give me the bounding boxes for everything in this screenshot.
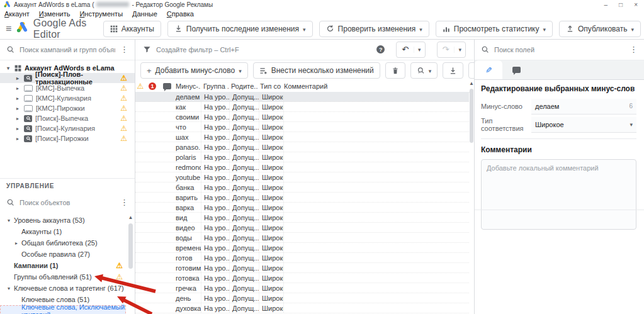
table-scrollbar[interactable]: ▲ [469,81,473,314]
export-button[interactable] [443,62,463,79]
expander-closed-icon[interactable]: ▸ [14,86,21,91]
error-column-icon[interactable]: 1 [145,82,159,90]
chevron-down-icon[interactable] [419,25,422,33]
comment-column-icon[interactable] [159,83,174,89]
expander-closed-icon[interactable]: ▸ [14,76,21,81]
check-changes-button[interactable]: Проверить изменения [319,21,429,37]
table-row[interactable]: panaso...На уро...Допущ...Широкое [135,142,469,152]
menu-item-4[interactable]: Данные [132,10,157,18]
redo-button[interactable] [437,42,466,58]
menu-item-2[interactable]: Изменить [39,10,71,18]
table-row[interactable]: времениНа уро...Допущ...Широкое [135,243,469,253]
expander-closed-icon[interactable]: ▸ [14,126,21,132]
help-icon[interactable]: ? [376,45,385,53]
table-row[interactable]: polarisНа уро...Допущ...Широкое [135,152,469,162]
chevron-down-icon[interactable] [630,121,633,128]
view-statistics-button[interactable]: Просмотреть статистику [436,21,553,37]
warning-column-icon[interactable] [135,82,145,90]
table-row[interactable]: видНа уро...Допущ...Широкое [135,213,469,223]
table-row[interactable]: видеоНа уро...Допущ...Широкое [135,223,469,233]
table-row[interactable]: своимиНа уро...Допущ...Широкое [135,112,469,122]
column-header-group[interactable]: Группа ... [201,82,229,90]
chevron-down-icon[interactable] [239,66,242,75]
more-options-icon[interactable] [120,198,128,207]
more-options-icon[interactable] [120,45,128,54]
chevron-down-icon[interactable] [414,47,425,53]
chevron-down-icon[interactable] [303,25,306,33]
delete-button[interactable] [385,62,405,79]
tab-edit[interactable] [475,60,502,79]
table-row[interactable]: redmondНа уро...Допущ...Широкое [135,162,469,172]
expander-open-icon[interactable]: ▾ [6,218,12,223]
match-type-select[interactable]: Широкое [531,117,636,133]
scrollbar-thumb[interactable] [128,223,133,269]
minimize-button[interactable]: – [604,1,608,8]
tab-comments[interactable] [502,60,530,79]
column-header-parent[interactable]: Родите... [229,82,257,90]
column-header-comment[interactable]: Комментарий [281,82,468,90]
sidebar-tree-item[interactable]: Ключевые слова, Исключаемый критерий [0,305,126,314]
table-row[interactable]: гречкаНа уро...Допущ...Широкое [135,283,469,293]
menu-item-5[interactable]: Справка [167,10,194,18]
sidebar-tree-item[interactable]: ▾Уровень аккаунта (53) [0,215,126,226]
table-row[interactable]: водыНа уро...Допущ...Широкое [135,233,469,243]
publish-button[interactable]: Опубликовать [559,21,641,37]
table-row[interactable]: готовкаНа уро...Допущ...Широкое [135,273,469,283]
hamburger-menu-icon[interactable]: ≡ [6,23,16,35]
fields-search[interactable]: Поиск полей [475,39,644,60]
table-row[interactable]: духовкаНа уро...Допущ...Широкое [135,303,469,313]
column-header-match[interactable]: Тип со... [257,82,281,90]
get-recent-changes-button[interactable]: Получить последние изменения [167,21,313,37]
table-row[interactable]: готовНа уро...Допущ...Широкое [135,253,469,263]
more-options-icon[interactable] [630,45,638,54]
sidebar-tree-item[interactable]: ▾Ключевые слова и таргетинг (617) [0,283,126,294]
sidebar-tree-item[interactable]: Группы объявлений (51) [0,271,126,283]
expander-open-icon[interactable]: ▾ [5,65,11,71]
bulk-edit-button[interactable]: Внести несколько изменений [253,62,380,79]
expander-closed-icon[interactable]: ▸ [14,136,21,142]
campaign-node[interactable]: ▸[КМС]-Пирожки [0,103,135,113]
table-row[interactable]: банкаНа уро...Допущ...Широкое [135,182,469,193]
table-row[interactable]: деньНа уро...Допущ...Широкое [135,293,469,303]
add-negative-keyword-button[interactable]: + Добавить минус-слово [140,62,248,79]
menu-item-3[interactable]: Инструменты [79,10,123,18]
find-replace-button[interactable] [410,62,438,79]
sidebar-tree-item[interactable]: Особые правила (27) [0,249,126,260]
campaign-node[interactable]: ▸[Поиск]-Кулинария [0,123,135,133]
table-row[interactable]: варкаНа уро...Допущ...Широкое [135,203,469,213]
table-row[interactable]: делаемНа уро...Допущ...Широкое [135,92,469,102]
filter-bar[interactable]: Создайте фильтр – Ctrl+F ? [135,39,473,60]
scrollbar-thumb[interactable] [470,89,473,143]
expander-open-icon[interactable]: ▾ [6,286,12,291]
undo-button[interactable] [396,42,425,58]
campaign-node[interactable]: ▸[КМС]-Кулинария [0,93,135,103]
close-button[interactable]: × [634,1,638,8]
table-row[interactable]: шахНа уро...Допущ...Широкое [135,132,469,142]
campaign-node[interactable]: ▸[Поиск]-Выпечка [0,113,135,123]
comment-textarea[interactable]: Добавьте локальный комментарий [481,159,636,230]
sidebar-tree-item[interactable]: ▸Общая библиотека (25) [0,237,126,249]
undo-icon[interactable] [397,45,414,54]
chevron-down-icon[interactable] [429,66,432,75]
campaign-node[interactable]: ▸[Поиск]-Пирожки [0,133,135,143]
table-row[interactable]: какНа уро...Допущ...Широкое [135,102,469,112]
column-header-negative[interactable]: Минус-... [174,82,201,90]
expander-closed-icon[interactable]: ▸ [14,96,21,101]
expander-closed-icon[interactable]: ▸ [13,240,20,246]
scroll-up-icon[interactable]: ▲ [469,81,473,88]
sidebar-tree-item[interactable]: Кампании (1) [0,260,126,271]
negative-keyword-input[interactable]: делаем 6 [531,99,636,115]
table-row[interactable]: youtubeНа уро...Допущ...Широкое [135,172,469,182]
scroll-up-icon[interactable]: ▲ [128,215,133,222]
chevron-down-icon[interactable] [631,25,634,33]
table-row[interactable]: варитьНа уро...Допущ...Широкое [135,193,469,203]
table-header[interactable]: 1 Минус-... Группа ... Родите... Тип со.… [135,81,473,93]
table-row[interactable]: готовимНа уро...Допущ...Широкое [135,263,469,273]
sidebar-tree-item[interactable]: Аккаунты (1) [0,226,126,237]
accounts-button[interactable]: Аккаунты [103,21,161,37]
objects-search[interactable]: Поиск объектов [0,192,135,213]
sidebar-scrollbar[interactable]: ▲ [128,215,133,313]
campaign-search[interactable]: Поиск кампаний и групп объявлений [0,39,135,60]
menu-item-1[interactable]: Аккаунт [4,10,30,18]
expander-closed-icon[interactable]: ▸ [14,116,21,121]
